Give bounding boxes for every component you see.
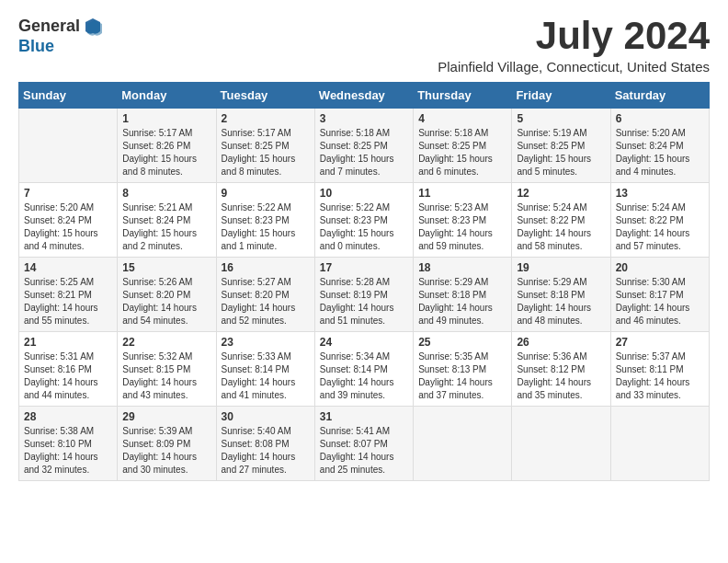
day-info: Sunrise: 5:25 AM Sunset: 8:21 PM Dayligh… <box>24 276 112 327</box>
day-info: Sunrise: 5:26 AM Sunset: 8:20 PM Dayligh… <box>122 276 210 327</box>
day-number: 24 <box>320 336 408 349</box>
page-header: General Blue July 2024 Plainfield Villag… <box>18 15 710 75</box>
table-row: 5 Sunrise: 5:19 AM Sunset: 8:25 PM Dayli… <box>512 109 610 183</box>
calendar-week-row: 28 Sunrise: 5:38 AM Sunset: 8:10 PM Dayl… <box>19 407 710 481</box>
day-number: 21 <box>24 336 112 349</box>
day-number: 9 <box>222 187 310 200</box>
day-info: Sunrise: 5:29 AM Sunset: 8:18 PM Dayligh… <box>418 276 506 327</box>
table-row: 15 Sunrise: 5:26 AM Sunset: 8:20 PM Dayl… <box>118 258 216 332</box>
day-info: Sunrise: 5:20 AM Sunset: 8:24 PM Dayligh… <box>24 201 112 253</box>
calendar-week-row: 14 Sunrise: 5:25 AM Sunset: 8:21 PM Dayl… <box>19 258 710 332</box>
day-number: 31 <box>320 410 408 423</box>
day-info: Sunrise: 5:31 AM Sunset: 8:16 PM Dayligh… <box>24 350 112 402</box>
table-row: 4 Sunrise: 5:18 AM Sunset: 8:25 PM Dayli… <box>414 109 512 183</box>
table-row: 17 Sunrise: 5:28 AM Sunset: 8:19 PM Dayl… <box>314 258 413 332</box>
table-row <box>610 407 709 481</box>
logo-general: General <box>18 17 80 36</box>
day-number: 18 <box>418 261 506 274</box>
day-info: Sunrise: 5:36 AM Sunset: 8:12 PM Dayligh… <box>517 350 605 402</box>
month-title: July 2024 <box>438 15 710 57</box>
table-row: 20 Sunrise: 5:30 AM Sunset: 8:17 PM Dayl… <box>610 258 709 332</box>
table-row: 21 Sunrise: 5:31 AM Sunset: 8:16 PM Dayl… <box>19 332 118 407</box>
col-monday: Monday <box>118 83 216 109</box>
day-number: 6 <box>616 112 704 125</box>
table-row: 16 Sunrise: 5:27 AM Sunset: 8:20 PM Dayl… <box>216 258 314 332</box>
table-row <box>19 109 118 183</box>
day-number: 22 <box>122 336 210 349</box>
day-number: 28 <box>24 410 112 423</box>
day-number: 29 <box>122 410 210 423</box>
day-number: 11 <box>418 187 506 200</box>
day-number: 10 <box>320 187 408 200</box>
col-thursday: Thursday <box>414 83 512 109</box>
table-row: 3 Sunrise: 5:18 AM Sunset: 8:25 PM Dayli… <box>314 109 413 183</box>
day-number: 16 <box>222 261 310 274</box>
col-tuesday: Tuesday <box>216 83 314 109</box>
day-number: 4 <box>418 112 506 125</box>
table-row: 9 Sunrise: 5:22 AM Sunset: 8:23 PM Dayli… <box>216 183 314 258</box>
day-info: Sunrise: 5:33 AM Sunset: 8:14 PM Dayligh… <box>222 350 310 402</box>
day-info: Sunrise: 5:24 AM Sunset: 8:22 PM Dayligh… <box>616 201 704 253</box>
day-number: 12 <box>517 187 605 200</box>
day-number: 7 <box>24 187 112 200</box>
table-row: 12 Sunrise: 5:24 AM Sunset: 8:22 PM Dayl… <box>512 183 610 258</box>
table-row <box>414 407 512 481</box>
day-number: 8 <box>122 187 210 200</box>
calendar-header-row: Sunday Monday Tuesday Wednesday Thursday… <box>19 83 710 109</box>
title-block: July 2024 Plainfield Village, Connecticu… <box>438 15 710 75</box>
table-row: 30 Sunrise: 5:40 AM Sunset: 8:08 PM Dayl… <box>216 407 314 481</box>
day-info: Sunrise: 5:38 AM Sunset: 8:10 PM Dayligh… <box>24 425 112 477</box>
day-number: 14 <box>24 261 112 274</box>
day-info: Sunrise: 5:34 AM Sunset: 8:14 PM Dayligh… <box>320 350 408 402</box>
col-wednesday: Wednesday <box>314 83 413 109</box>
day-number: 19 <box>517 261 605 274</box>
col-sunday: Sunday <box>19 83 118 109</box>
day-info: Sunrise: 5:18 AM Sunset: 8:25 PM Dayligh… <box>418 127 506 178</box>
table-row: 28 Sunrise: 5:38 AM Sunset: 8:10 PM Dayl… <box>19 407 118 481</box>
table-row: 13 Sunrise: 5:24 AM Sunset: 8:22 PM Dayl… <box>610 183 709 258</box>
location-title: Plainfield Village, Connecticut, United … <box>438 59 710 75</box>
table-row: 2 Sunrise: 5:17 AM Sunset: 8:25 PM Dayli… <box>216 109 314 183</box>
day-number: 15 <box>122 261 210 274</box>
day-info: Sunrise: 5:17 AM Sunset: 8:26 PM Dayligh… <box>122 127 210 178</box>
day-info: Sunrise: 5:39 AM Sunset: 8:09 PM Dayligh… <box>122 425 210 477</box>
table-row: 31 Sunrise: 5:41 AM Sunset: 8:07 PM Dayl… <box>314 407 413 481</box>
table-row: 8 Sunrise: 5:21 AM Sunset: 8:24 PM Dayli… <box>118 183 216 258</box>
table-row: 10 Sunrise: 5:22 AM Sunset: 8:23 PM Dayl… <box>314 183 413 258</box>
logo-icon <box>82 15 104 37</box>
table-row: 23 Sunrise: 5:33 AM Sunset: 8:14 PM Dayl… <box>216 332 314 407</box>
calendar-week-row: 1 Sunrise: 5:17 AM Sunset: 8:26 PM Dayli… <box>19 109 710 183</box>
day-number: 3 <box>320 112 408 125</box>
day-number: 30 <box>222 410 310 423</box>
calendar-week-row: 7 Sunrise: 5:20 AM Sunset: 8:24 PM Dayli… <box>19 183 710 258</box>
day-number: 13 <box>616 187 704 200</box>
day-info: Sunrise: 5:30 AM Sunset: 8:17 PM Dayligh… <box>616 276 704 327</box>
table-row: 19 Sunrise: 5:29 AM Sunset: 8:18 PM Dayl… <box>512 258 610 332</box>
table-row: 24 Sunrise: 5:34 AM Sunset: 8:14 PM Dayl… <box>314 332 413 407</box>
table-row: 22 Sunrise: 5:32 AM Sunset: 8:15 PM Dayl… <box>118 332 216 407</box>
day-info: Sunrise: 5:24 AM Sunset: 8:22 PM Dayligh… <box>517 201 605 253</box>
day-info: Sunrise: 5:35 AM Sunset: 8:13 PM Dayligh… <box>418 350 506 402</box>
table-row: 1 Sunrise: 5:17 AM Sunset: 8:26 PM Dayli… <box>118 109 216 183</box>
day-info: Sunrise: 5:27 AM Sunset: 8:20 PM Dayligh… <box>222 276 310 327</box>
day-number: 27 <box>616 336 704 349</box>
table-row: 27 Sunrise: 5:37 AM Sunset: 8:11 PM Dayl… <box>610 332 709 407</box>
day-info: Sunrise: 5:32 AM Sunset: 8:15 PM Dayligh… <box>122 350 210 402</box>
day-info: Sunrise: 5:22 AM Sunset: 8:23 PM Dayligh… <box>222 201 310 253</box>
day-number: 2 <box>222 112 310 125</box>
logo: General Blue <box>18 15 104 56</box>
day-info: Sunrise: 5:20 AM Sunset: 8:24 PM Dayligh… <box>616 127 704 178</box>
day-info: Sunrise: 5:22 AM Sunset: 8:23 PM Dayligh… <box>320 201 408 253</box>
day-info: Sunrise: 5:28 AM Sunset: 8:19 PM Dayligh… <box>320 276 408 327</box>
day-info: Sunrise: 5:40 AM Sunset: 8:08 PM Dayligh… <box>222 425 310 477</box>
day-number: 1 <box>122 112 210 125</box>
table-row: 11 Sunrise: 5:23 AM Sunset: 8:23 PM Dayl… <box>414 183 512 258</box>
day-number: 23 <box>222 336 310 349</box>
day-info: Sunrise: 5:19 AM Sunset: 8:25 PM Dayligh… <box>517 127 605 178</box>
day-number: 17 <box>320 261 408 274</box>
day-number: 20 <box>616 261 704 274</box>
calendar-table: Sunday Monday Tuesday Wednesday Thursday… <box>18 82 710 481</box>
day-info: Sunrise: 5:23 AM Sunset: 8:23 PM Dayligh… <box>418 201 506 253</box>
day-info: Sunrise: 5:37 AM Sunset: 8:11 PM Dayligh… <box>616 350 704 402</box>
table-row: 25 Sunrise: 5:35 AM Sunset: 8:13 PM Dayl… <box>414 332 512 407</box>
